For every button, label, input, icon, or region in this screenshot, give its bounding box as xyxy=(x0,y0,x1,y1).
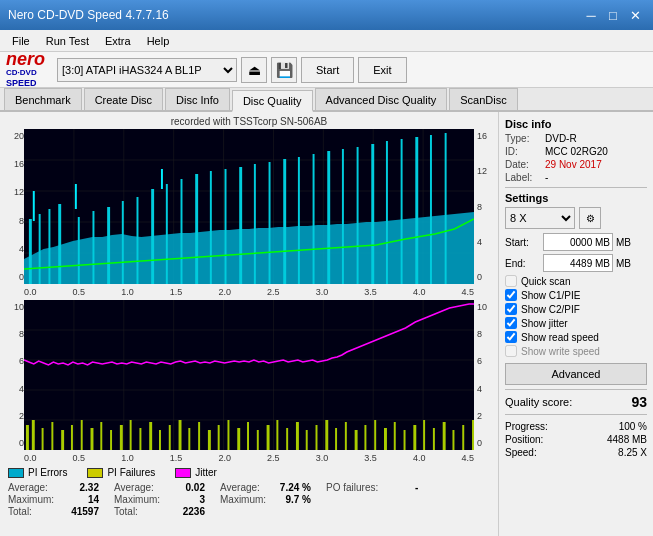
legend-pi-errors-label: PI Errors xyxy=(28,467,67,478)
start-input[interactable] xyxy=(543,233,613,251)
svg-rect-76 xyxy=(198,422,200,450)
main-content: recorded with TSSTcorp SN-506AB 20161284… xyxy=(0,112,653,536)
legend-pi-failures-color xyxy=(87,468,103,478)
disc-type-value: DVD-R xyxy=(545,133,577,144)
svg-rect-38 xyxy=(386,141,388,284)
disc-type-row: Type: DVD-R xyxy=(505,133,647,144)
svg-rect-103 xyxy=(462,425,464,450)
disc-id-label: ID: xyxy=(505,146,545,157)
svg-rect-36 xyxy=(357,147,359,284)
jitter-avg-label: Average: xyxy=(220,482,275,494)
save-button[interactable]: 💾 xyxy=(271,57,297,83)
nero-logo: nero xyxy=(6,50,45,68)
show-read-speed-checkbox[interactable] xyxy=(505,331,517,343)
svg-rect-86 xyxy=(296,422,299,450)
tab-advanced-disc-quality[interactable]: Advanced Disc Quality xyxy=(315,88,448,110)
show-c1-pie-checkbox[interactable] xyxy=(505,289,517,301)
pi-errors-avg-value: 2.32 xyxy=(63,482,103,494)
position-label: Position: xyxy=(505,434,543,445)
svg-rect-33 xyxy=(313,154,315,284)
tab-disc-info[interactable]: Disc Info xyxy=(165,88,230,110)
show-read-speed-label: Show read speed xyxy=(521,332,599,343)
svg-rect-104 xyxy=(472,420,474,450)
divider-1 xyxy=(505,187,647,188)
quick-scan-checkbox[interactable] xyxy=(505,275,517,287)
svg-rect-18 xyxy=(92,211,94,284)
pi-failures-total-value: 2236 xyxy=(169,506,209,518)
start-button[interactable]: Start xyxy=(301,57,354,83)
tab-benchmark[interactable]: Benchmark xyxy=(4,88,82,110)
lower-chart xyxy=(24,300,474,450)
advanced-button[interactable]: Advanced xyxy=(505,363,647,385)
svg-rect-59 xyxy=(32,420,35,450)
maximize-button[interactable]: □ xyxy=(603,5,623,25)
svg-rect-85 xyxy=(286,428,288,450)
jitter-max-value: 9.7 % xyxy=(275,494,315,506)
start-mb-field: Start: MB xyxy=(505,233,647,251)
progress-section: Progress: 100 % Position: 4488 MB Speed:… xyxy=(505,421,647,458)
tab-scan-disc[interactable]: ScanDisc xyxy=(449,88,517,110)
svg-rect-61 xyxy=(51,422,53,450)
po-failures-label: PO failures: xyxy=(326,482,382,494)
eject-button[interactable]: ⏏ xyxy=(241,57,267,83)
tab-bar: Benchmark Create Disc Disc Info Disc Qua… xyxy=(0,88,653,112)
drive-select[interactable]: [3:0] ATAPI iHAS324 A BL1P xyxy=(57,58,237,82)
svg-rect-45 xyxy=(161,169,163,189)
svg-rect-72 xyxy=(159,430,161,450)
exit-button[interactable]: Exit xyxy=(358,57,406,83)
svg-rect-98 xyxy=(413,425,416,450)
legend-jitter-color xyxy=(175,468,191,478)
svg-rect-97 xyxy=(404,430,406,450)
svg-rect-95 xyxy=(384,428,387,450)
speed-value: 8.25 X xyxy=(618,447,647,458)
show-c2-pif-checkbox[interactable] xyxy=(505,303,517,315)
svg-rect-23 xyxy=(166,184,168,284)
show-write-speed-row: Show write speed xyxy=(505,345,647,357)
menu-file[interactable]: File xyxy=(4,33,38,49)
menu-help[interactable]: Help xyxy=(139,33,178,49)
pi-failures-total-label: Total: xyxy=(114,506,169,518)
svg-rect-63 xyxy=(71,425,73,450)
show-jitter-checkbox[interactable] xyxy=(505,317,517,329)
pi-failures-max-value: 3 xyxy=(169,494,209,506)
svg-rect-102 xyxy=(452,430,454,450)
show-write-speed-checkbox[interactable] xyxy=(505,345,517,357)
svg-rect-100 xyxy=(433,428,435,450)
tab-create-disc[interactable]: Create Disc xyxy=(84,88,163,110)
svg-rect-92 xyxy=(355,430,358,450)
svg-rect-16 xyxy=(58,204,61,284)
progress-label: Progress: xyxy=(505,421,548,432)
disc-label-value: - xyxy=(545,172,548,183)
disc-id-row: ID: MCC 02RG20 xyxy=(505,146,647,157)
settings-icon-button[interactable]: ⚙ xyxy=(579,207,601,229)
toolbar: nero CD·DVDSPEED [3:0] ATAPI iHAS324 A B… xyxy=(0,52,653,88)
tab-disc-quality[interactable]: Disc Quality xyxy=(232,90,313,112)
quality-score-value: 93 xyxy=(631,394,647,410)
disc-label-label: Label: xyxy=(505,172,545,183)
svg-rect-40 xyxy=(415,137,418,284)
disc-date-row: Date: 29 Nov 2017 xyxy=(505,159,647,170)
pi-failures-avg-label: Average: xyxy=(114,482,169,494)
upper-chart xyxy=(24,129,474,284)
svg-rect-83 xyxy=(267,425,270,450)
end-mb-field: End: MB xyxy=(505,254,647,272)
show-c1-pie-row: Show C1/PIE xyxy=(505,289,647,301)
menu-run-test[interactable]: Run Test xyxy=(38,33,97,49)
svg-rect-84 xyxy=(276,420,278,450)
menu-extra[interactable]: Extra xyxy=(97,33,139,49)
speed-select[interactable]: 4 X8 X12 X16 X xyxy=(505,207,575,229)
svg-rect-32 xyxy=(298,157,300,284)
close-button[interactable]: ✕ xyxy=(625,5,645,25)
chart-area: recorded with TSSTcorp SN-506AB 20161284… xyxy=(0,112,498,536)
svg-rect-71 xyxy=(149,422,152,450)
svg-rect-65 xyxy=(91,428,94,450)
legend-stats-area: PI Errors PI Failures Jitter Average:2.3… xyxy=(2,463,496,534)
minimize-button[interactable]: ─ xyxy=(581,5,601,25)
quick-scan-label: Quick scan xyxy=(521,276,570,287)
svg-rect-89 xyxy=(325,420,328,450)
svg-rect-44 xyxy=(75,184,77,209)
end-input[interactable] xyxy=(543,254,613,272)
jitter-avg-value: 7.24 % xyxy=(275,482,315,494)
svg-rect-17 xyxy=(78,217,80,284)
svg-rect-26 xyxy=(210,171,212,284)
